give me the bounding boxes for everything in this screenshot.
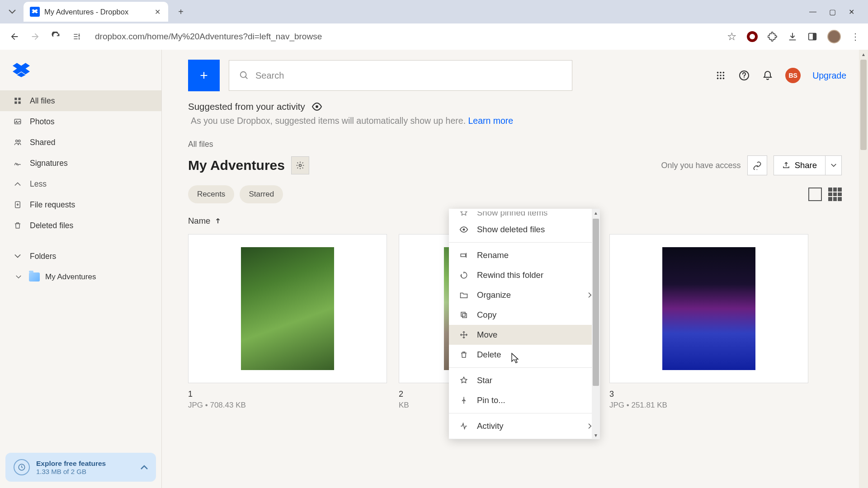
- rewind-icon: [459, 270, 469, 280]
- ctx-show-pinned[interactable]: Show pinned items: [449, 211, 600, 220]
- search-icon: [239, 70, 249, 80]
- ctx-move[interactable]: Move: [449, 325, 600, 345]
- breadcrumb[interactable]: All files: [188, 140, 842, 149]
- ctx-copy[interactable]: Copy: [449, 305, 600, 325]
- maximize-icon[interactable]: ▢: [829, 8, 836, 16]
- chrome-menu-icon[interactable]: ⋮: [851, 31, 860, 42]
- sidebar-less-toggle[interactable]: Less: [0, 174, 161, 194]
- help-icon[interactable]: [738, 70, 750, 81]
- notifications-icon[interactable]: [762, 70, 774, 81]
- learn-more-link[interactable]: Learn more: [468, 116, 513, 126]
- ctx-rewind[interactable]: Rewind this folder: [449, 265, 600, 285]
- ctx-pin-to[interactable]: Pin to...: [449, 390, 600, 410]
- browser-tab[interactable]: My Adventures - Dropbox ✕: [24, 2, 168, 22]
- less-label: Less: [30, 179, 47, 189]
- ctx-show-deleted[interactable]: Show deleted files: [449, 220, 600, 239]
- photos-icon: [13, 117, 23, 127]
- svg-point-25: [299, 164, 301, 167]
- sidebar-item-all-files[interactable]: All files: [0, 90, 161, 111]
- files-icon: [13, 96, 23, 106]
- chevron-down-icon: [14, 272, 24, 282]
- eye-icon: [459, 225, 469, 235]
- chevron-up-icon: [13, 179, 23, 189]
- folder-settings-button[interactable]: [291, 156, 309, 174]
- copy-link-button[interactable]: [747, 155, 767, 175]
- upgrade-link[interactable]: Upgrade: [812, 70, 846, 81]
- dropbox-logo[interactable]: [0, 50, 161, 90]
- svg-point-19: [723, 75, 725, 76]
- ctx-star[interactable]: Star: [449, 371, 600, 390]
- create-button[interactable]: +: [188, 60, 220, 91]
- svg-point-10: [19, 140, 21, 142]
- eye-icon[interactable]: [311, 103, 322, 111]
- new-tab-button[interactable]: +: [173, 4, 189, 20]
- sidebar-item-deleted-files[interactable]: Deleted files: [0, 215, 161, 236]
- gear-icon: [296, 161, 305, 170]
- sidebar-item-signatures[interactable]: Signatures: [0, 153, 161, 174]
- copy-icon: [459, 310, 469, 320]
- sidebar-item-file-requests[interactable]: File requests: [0, 194, 161, 215]
- scroll-thumb[interactable]: [593, 219, 599, 386]
- tab-close-icon[interactable]: ✕: [153, 7, 162, 16]
- sidebar-label: Shared: [30, 138, 55, 147]
- filter-recents[interactable]: Recents: [188, 185, 234, 203]
- filter-starred[interactable]: Starred: [240, 185, 283, 203]
- sidebar: All files Photos Shared Signatures Less …: [0, 50, 162, 488]
- close-window-icon[interactable]: ✕: [849, 8, 854, 16]
- bookmark-star-icon[interactable]: ☆: [727, 30, 737, 43]
- apps-grid-icon[interactable]: [715, 70, 726, 81]
- sidebar-label: Deleted files: [30, 221, 73, 230]
- sidebar-folder-my-adventures[interactable]: My Adventures: [0, 267, 161, 286]
- ctx-delete[interactable]: Delete: [449, 345, 600, 365]
- sidebar-label: File requests: [30, 200, 75, 210]
- file-card[interactable]: 1 JPG • 708.43 KB: [188, 234, 387, 410]
- clock-icon: [14, 459, 30, 475]
- site-settings-icon[interactable]: [71, 30, 83, 43]
- list-view-button[interactable]: [808, 188, 822, 201]
- sidebar-item-shared[interactable]: Shared: [0, 132, 161, 153]
- scroll-down-icon[interactable]: ▼: [592, 431, 600, 439]
- access-text: Only you have access: [661, 161, 741, 170]
- svg-rect-3: [14, 98, 17, 100]
- account-avatar[interactable]: BS: [785, 68, 801, 83]
- file-thumbnail: [662, 247, 755, 370]
- tabs-dropdown[interactable]: [5, 4, 20, 19]
- share-dropdown[interactable]: [826, 155, 842, 175]
- extensions-icon[interactable]: [768, 32, 778, 42]
- share-button[interactable]: Share: [774, 155, 826, 175]
- sidebar-label: Photos: [30, 117, 54, 127]
- trash-icon: [459, 350, 469, 360]
- downloads-icon[interactable]: [788, 32, 797, 42]
- minimize-icon[interactable]: —: [809, 8, 816, 16]
- storage-upsell[interactable]: Explore free features 1.33 MB of 2 GB: [5, 453, 156, 482]
- file-card[interactable]: 3 JPG • 251.81 KB: [609, 234, 808, 410]
- chevron-right-icon: [588, 292, 592, 298]
- context-menu-scrollbar[interactable]: ▲ ▼: [592, 209, 600, 439]
- main-scrollbar[interactable]: ▲: [859, 50, 868, 488]
- grid-view-button[interactable]: [828, 188, 842, 201]
- forward-button[interactable]: [29, 30, 42, 43]
- back-button[interactable]: [8, 30, 21, 43]
- pin-icon: [459, 211, 469, 218]
- ublock-icon[interactable]: [747, 31, 758, 42]
- scroll-up-icon[interactable]: ▲: [592, 209, 600, 217]
- ctx-activity[interactable]: Activity: [449, 416, 600, 436]
- sidebar-label: Signatures: [30, 159, 68, 168]
- suggested-title: Suggested from your activity: [188, 101, 305, 112]
- sidepanel-icon[interactable]: [807, 32, 817, 42]
- profile-avatar[interactable]: [827, 30, 841, 43]
- chevron-up-icon[interactable]: [141, 465, 148, 469]
- chevron-right-icon: [588, 423, 592, 429]
- storage-title: Explore free features: [36, 460, 134, 468]
- search-input[interactable]: Search: [229, 60, 572, 91]
- share-icon: [782, 161, 790, 169]
- url-bar[interactable]: dropbox.com/home/My%20Adventures?di=left…: [91, 30, 719, 43]
- reload-button[interactable]: [50, 30, 62, 43]
- storage-usage: 1.33 MB of 2 GB: [36, 468, 134, 475]
- svg-point-15: [720, 72, 722, 74]
- sidebar-item-photos[interactable]: Photos: [0, 111, 161, 132]
- sidebar-folders-section[interactable]: Folders: [0, 245, 161, 267]
- ctx-rename[interactable]: Rename: [449, 245, 600, 265]
- ctx-organize[interactable]: Organize: [449, 285, 600, 305]
- scroll-thumb[interactable]: [860, 60, 867, 150]
